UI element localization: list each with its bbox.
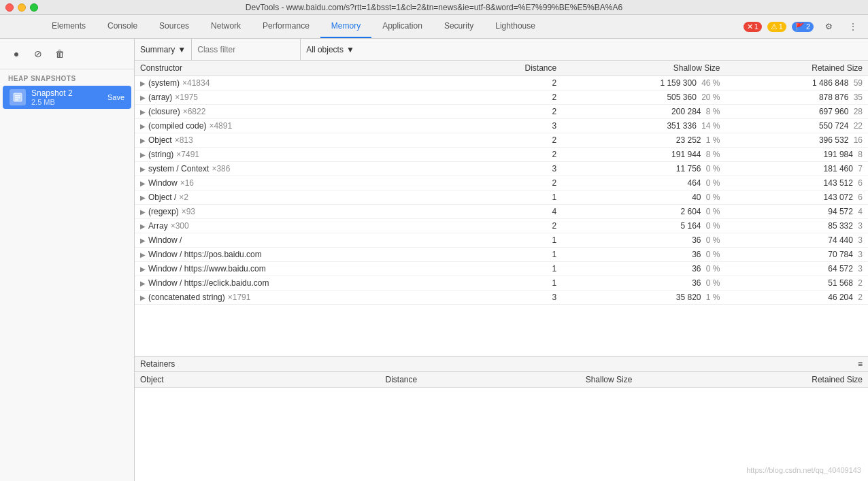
warning-icon: ⚠: [771, 22, 778, 31]
tab-elements[interactable]: Elements: [41, 15, 97, 38]
info-count: 2: [806, 22, 810, 31]
tab-application[interactable]: Application: [371, 15, 433, 38]
summary-arrow-icon: ▼: [178, 45, 186, 54]
expand-icon[interactable]: ▶: [140, 137, 146, 144]
constructor-name: Array: [148, 221, 168, 231]
table-row[interactable]: ▶ (compiled code) ×4891 3 351 336 14 % 5…: [135, 119, 868, 133]
expand-icon[interactable]: ▶: [140, 108, 146, 116]
main-table-container[interactable]: Constructor Distance Shallow Size Retain…: [135, 61, 868, 356]
cell-retained: 64 572 3: [726, 262, 868, 276]
expand-icon[interactable]: ▶: [140, 151, 146, 159]
table-row[interactable]: ▶ Window / 1 36 0 % 74 440 3: [135, 233, 868, 248]
table-row[interactable]: ▶ Window / https://eclick.baidu.com 1 36…: [135, 276, 868, 291]
cell-constructor: ▶ system / Context ×386: [135, 162, 463, 176]
tab-console[interactable]: Console: [97, 15, 148, 38]
content-area: Summary ▼ All objects ▼ Constructor Dist…: [135, 39, 868, 481]
cell-distance: 2: [463, 176, 562, 190]
expand-icon[interactable]: ▶: [140, 237, 146, 244]
class-filter-input[interactable]: [192, 39, 301, 60]
summary-label: Summary: [140, 45, 175, 54]
expand-icon[interactable]: ▶: [140, 294, 146, 301]
maximize-button[interactable]: [30, 3, 38, 12]
expand-icon[interactable]: ▶: [140, 194, 146, 201]
tab-network[interactable]: Network: [200, 15, 252, 38]
filter-selector[interactable]: All objects ▼: [301, 39, 360, 60]
cell-shallow: 40 0 %: [562, 190, 725, 205]
ret-col-object: Object: [135, 372, 263, 388]
expand-icon[interactable]: ▶: [140, 265, 146, 273]
retainers-bar: Retainers ≡: [135, 356, 868, 372]
expand-icon[interactable]: ▶: [140, 94, 146, 101]
cell-constructor: ▶ Array ×300: [135, 219, 463, 233]
retainers-table-container[interactable]: Object Distance Shallow Size Retained Si…: [135, 372, 868, 481]
table-row[interactable]: ▶ (regexp) ×93 4 2 604 0 % 94 572 4: [135, 205, 868, 219]
cell-constructor: ▶ Object ×813: [135, 133, 463, 148]
cell-shallow: 5 164 0 %: [562, 219, 725, 233]
table-row[interactable]: ▶ system / Context ×386 3 11 756 0 % 181…: [135, 162, 868, 176]
constructor-count: ×6822: [183, 107, 206, 116]
expand-icon[interactable]: ▶: [140, 165, 146, 173]
cell-constructor: ▶ Window /: [135, 233, 463, 248]
cell-retained: 85 332 3: [726, 219, 868, 233]
settings-button[interactable]: ⚙: [819, 17, 838, 36]
table-row[interactable]: ▶ (concatenated string) ×1791 3 35 820 1…: [135, 291, 868, 305]
warning-count: 1: [779, 22, 783, 31]
tab-performance[interactable]: Performance: [252, 15, 320, 38]
tab-lighthouse[interactable]: Lighthouse: [484, 15, 546, 38]
table-row[interactable]: ▶ (string) ×7491 2 191 944 8 % 191 984 8: [135, 148, 868, 162]
cell-shallow: 36 0 %: [562, 276, 725, 291]
expand-icon[interactable]: ▶: [140, 222, 146, 230]
close-button[interactable]: [5, 3, 14, 12]
clear-button[interactable]: 🗑: [50, 44, 69, 63]
cell-shallow: 505 360 20 %: [562, 90, 725, 105]
expand-icon[interactable]: ▶: [140, 208, 146, 216]
table-row[interactable]: ▶ (closure) ×6822 2 200 284 8 % 697 960 …: [135, 105, 868, 119]
record-button[interactable]: ●: [7, 44, 26, 63]
save-snapshot-button[interactable]: Save: [107, 93, 124, 101]
cell-shallow: 11 756 0 %: [562, 162, 725, 176]
table-row[interactable]: ▶ Window / https://pos.baidu.com 1 36 0 …: [135, 248, 868, 262]
ret-col-retained: Retained Size: [637, 372, 868, 388]
retainers-table: Object Distance Shallow Size Retained Si…: [135, 372, 868, 388]
col-retained: Retained Size: [726, 61, 868, 76]
table-row[interactable]: ▶ Window / https://www.baidu.com 1 36 0 …: [135, 262, 868, 276]
view-selector[interactable]: Summary ▼: [135, 39, 192, 60]
table-row[interactable]: ▶ (system) ×41834 2 1 159 300 46 % 1 486…: [135, 76, 868, 90]
cell-distance: 1: [463, 190, 562, 205]
error-badge[interactable]: ✕ 1: [744, 22, 762, 32]
minimize-button[interactable]: [18, 3, 26, 12]
tab-sources[interactable]: Sources: [148, 15, 200, 38]
cell-distance: 2: [463, 76, 562, 90]
more-button[interactable]: ⋮: [844, 17, 863, 36]
expand-icon[interactable]: ▶: [140, 80, 146, 87]
constructor-name: Window / https://pos.baidu.com: [148, 250, 262, 259]
cell-constructor: ▶ (compiled code) ×4891: [135, 119, 463, 133]
expand-icon[interactable]: ▶: [140, 280, 146, 287]
info-badge[interactable]: 🚩 2: [792, 22, 814, 32]
cell-shallow: 36 0 %: [562, 248, 725, 262]
table-row[interactable]: ▶ Window ×16 2 464 0 % 143 512 6: [135, 176, 868, 190]
constructor-name: Object: [148, 135, 172, 145]
constructor-count: ×41834: [182, 78, 210, 88]
table-row[interactable]: ▶ (array) ×1975 2 505 360 20 % 878 876 3…: [135, 90, 868, 105]
cell-retained: 46 204 2: [726, 291, 868, 305]
constructor-count: ×300: [171, 221, 189, 231]
table-row[interactable]: ▶ Object / ×2 1 40 0 % 143 072 6: [135, 190, 868, 205]
expand-icon[interactable]: ▶: [140, 251, 146, 259]
stop-button[interactable]: ⊘: [29, 44, 48, 63]
table-row[interactable]: ▶ Object ×813 2 23 252 1 % 396 532 16: [135, 133, 868, 148]
expand-icon[interactable]: ▶: [140, 122, 146, 130]
cell-retained: 550 724 22: [726, 119, 868, 133]
constructor-count: ×93: [182, 207, 195, 216]
cell-constructor: ▶ (array) ×1975: [135, 90, 463, 105]
cell-distance: 3: [463, 119, 562, 133]
heap-table-body: ▶ (system) ×41834 2 1 159 300 46 % 1 486…: [135, 76, 868, 305]
expand-icon[interactable]: ▶: [140, 180, 146, 187]
snapshot-item[interactable]: Snapshot 2 2.5 MB Save: [3, 86, 131, 109]
tab-memory[interactable]: Memory: [320, 15, 371, 38]
table-row[interactable]: ▶ Array ×300 2 5 164 0 % 85 332 3: [135, 219, 868, 233]
heap-table: Constructor Distance Shallow Size Retain…: [135, 61, 868, 305]
tab-security[interactable]: Security: [433, 15, 484, 38]
cell-distance: 3: [463, 162, 562, 176]
warning-badge[interactable]: ⚠ 1: [767, 22, 786, 32]
